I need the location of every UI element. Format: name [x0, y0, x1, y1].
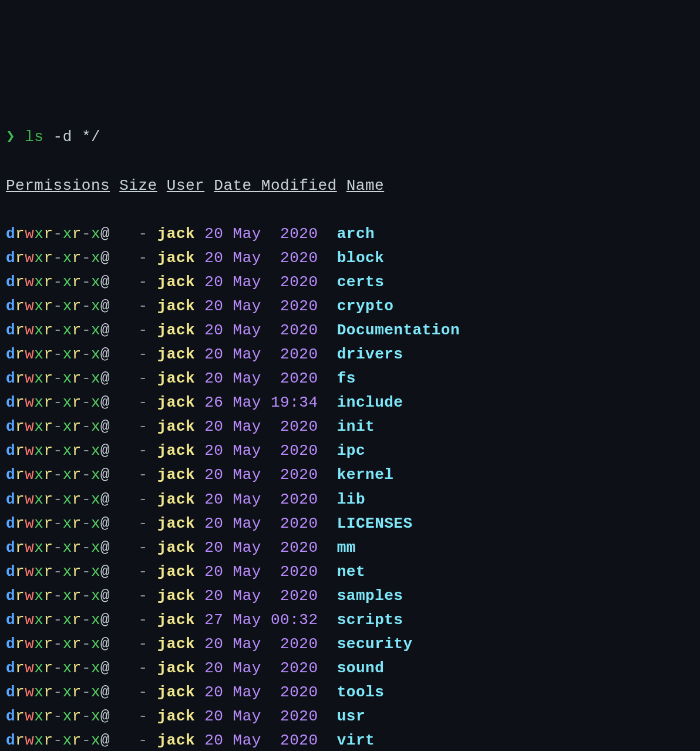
- dir-name: block: [337, 249, 385, 267]
- user: jack: [157, 515, 195, 532]
- permissions: drwxr-xr-x@: [6, 442, 110, 460]
- size: -: [139, 611, 148, 629]
- size: -: [139, 394, 148, 411]
- dir-name: security: [337, 635, 413, 653]
- table-row: drwxr-xr-x@ - jack 20 May 2020 net: [6, 560, 694, 584]
- date-modified: 20 May 2020: [204, 297, 318, 315]
- dir-name: crypto: [337, 297, 394, 315]
- user: jack: [157, 683, 195, 701]
- permissions: drwxr-xr-x@: [6, 659, 110, 677]
- size: -: [139, 442, 148, 460]
- table-row: drwxr-xr-x@ - jack 20 May 2020 crypto: [6, 294, 694, 318]
- date-modified: 20 May 2020: [204, 442, 318, 460]
- dir-name: init: [337, 418, 375, 435]
- date-modified: 20 May 2020: [204, 683, 318, 701]
- terminal-output: ❯ ls -d */ Permissions Size User Date Mo…: [6, 101, 694, 751]
- command-args: -d */: [53, 128, 101, 146]
- header-date-modified: Date Modified: [214, 177, 336, 195]
- permissions: drwxr-xr-x@: [6, 635, 110, 653]
- user: jack: [157, 442, 195, 460]
- date-modified: 20 May 2020: [204, 587, 318, 605]
- size: -: [139, 418, 148, 435]
- user: jack: [157, 563, 195, 581]
- permissions: drwxr-xr-x@: [6, 539, 110, 556]
- header-row: Permissions Size User Date Modified Name: [6, 174, 694, 198]
- user: jack: [157, 635, 195, 653]
- user: jack: [157, 394, 195, 411]
- table-row: drwxr-xr-x@ - jack 20 May 2020 Documenta…: [6, 318, 694, 343]
- dir-name: tools: [337, 683, 385, 701]
- date-modified: 20 May 2020: [204, 539, 318, 556]
- permissions: drwxr-xr-x@: [6, 732, 110, 749]
- prompt-line[interactable]: ❯ ls -d */: [6, 125, 694, 149]
- table-row: drwxr-xr-x@ - jack 20 May 2020 security: [6, 632, 694, 656]
- table-row: drwxr-xr-x@ - jack 20 May 2020 LICENSES: [6, 512, 694, 536]
- dir-name: net: [337, 563, 365, 581]
- permissions: drwxr-xr-x@: [6, 491, 110, 508]
- table-row: drwxr-xr-x@ - jack 20 May 2020 usr: [6, 705, 694, 729]
- dir-name: include: [337, 394, 403, 411]
- file-listing: drwxr-xr-x@ - jack 20 May 2020 archdrwxr…: [6, 222, 694, 751]
- date-modified: 20 May 2020: [204, 370, 318, 387]
- date-modified: 20 May 2020: [204, 708, 318, 725]
- permissions: drwxr-xr-x@: [6, 563, 110, 581]
- user: jack: [157, 273, 195, 291]
- permissions: drwxr-xr-x@: [6, 321, 110, 339]
- size: -: [139, 683, 148, 701]
- permissions: drwxr-xr-x@: [6, 394, 110, 411]
- permissions: drwxr-xr-x@: [6, 515, 110, 532]
- size: -: [139, 466, 148, 484]
- dir-name: virt: [337, 732, 375, 749]
- dir-name: fs: [337, 370, 356, 387]
- permissions: drwxr-xr-x@: [6, 249, 110, 267]
- header-permissions: Permissions: [6, 177, 110, 195]
- dir-name: lib: [337, 491, 365, 508]
- table-row: drwxr-xr-x@ - jack 20 May 2020 init: [6, 415, 694, 439]
- date-modified: 26 May 19:34: [204, 394, 318, 411]
- size: -: [139, 635, 148, 653]
- date-modified: 20 May 2020: [204, 659, 318, 677]
- dir-name: kernel: [337, 466, 394, 484]
- table-row: drwxr-xr-x@ - jack 27 May 00:32 scripts: [6, 608, 694, 632]
- table-row: drwxr-xr-x@ - jack 20 May 2020 samples: [6, 584, 694, 608]
- size: -: [139, 659, 148, 677]
- user: jack: [157, 418, 195, 435]
- dir-name: usr: [337, 708, 365, 725]
- date-modified: 20 May 2020: [204, 273, 318, 291]
- user: jack: [157, 587, 195, 605]
- size: -: [139, 297, 148, 315]
- prompt-symbol: ❯: [6, 128, 15, 146]
- size: -: [139, 249, 148, 267]
- date-modified: 20 May 2020: [204, 225, 318, 243]
- date-modified: 20 May 2020: [204, 515, 318, 532]
- date-modified: 20 May 2020: [204, 491, 318, 508]
- table-row: drwxr-xr-x@ - jack 20 May 2020 virt: [6, 729, 694, 751]
- size: -: [139, 346, 148, 363]
- table-row: drwxr-xr-x@ - jack 20 May 2020 tools: [6, 680, 694, 705]
- dir-name: sound: [337, 659, 385, 677]
- permissions: drwxr-xr-x@: [6, 297, 110, 315]
- dir-name: certs: [337, 273, 385, 291]
- dir-name: samples: [337, 587, 403, 605]
- permissions: drwxr-xr-x@: [6, 418, 110, 435]
- date-modified: 20 May 2020: [204, 418, 318, 435]
- user: jack: [157, 370, 195, 387]
- permissions: drwxr-xr-x@: [6, 587, 110, 605]
- size: -: [139, 321, 148, 339]
- permissions: drwxr-xr-x@: [6, 346, 110, 363]
- date-modified: 27 May 00:32: [204, 611, 318, 629]
- user: jack: [157, 708, 195, 725]
- size: -: [139, 539, 148, 556]
- table-row: drwxr-xr-x@ - jack 20 May 2020 fs: [6, 367, 694, 391]
- table-row: drwxr-xr-x@ - jack 20 May 2020 ipc: [6, 439, 694, 463]
- dir-name: ipc: [337, 442, 365, 460]
- user: jack: [157, 539, 195, 556]
- permissions: drwxr-xr-x@: [6, 466, 110, 484]
- dir-name: mm: [337, 539, 356, 556]
- table-row: drwxr-xr-x@ - jack 20 May 2020 block: [6, 246, 694, 270]
- user: jack: [157, 732, 195, 749]
- dir-name: arch: [337, 225, 375, 243]
- size: -: [139, 273, 148, 291]
- header-name: Name: [346, 177, 384, 195]
- dir-name: scripts: [337, 611, 403, 629]
